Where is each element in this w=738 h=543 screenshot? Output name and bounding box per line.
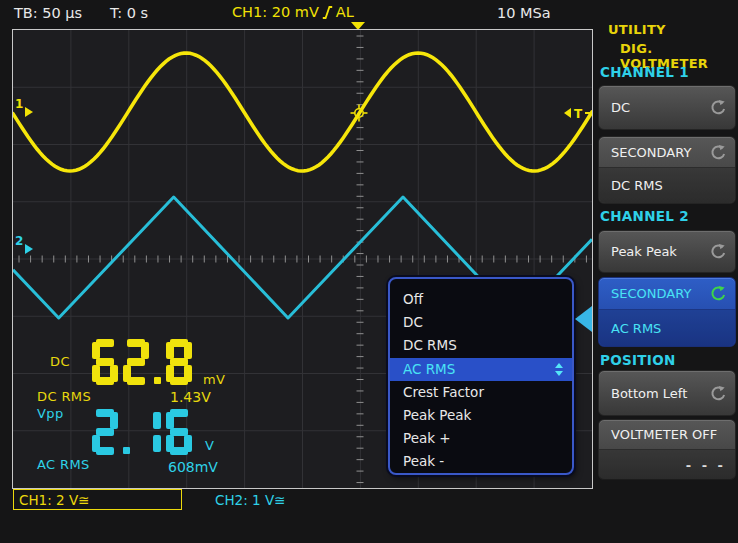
menu-item-label: Crest Factor <box>403 381 484 404</box>
ch2-secondary-value: AC RMS <box>611 321 661 336</box>
position-value: Bottom Left <box>611 386 687 401</box>
sevenseg-digit <box>123 339 149 385</box>
ch2-scale-readout[interactable]: CH2: 1 V≅ <box>215 492 285 508</box>
sevenseg-digit <box>166 339 192 385</box>
menu-item-peak[interactable]: Peak + <box>390 427 572 450</box>
position-section-label: POSITION <box>600 352 676 368</box>
trigger-mode-label: AL <box>336 4 354 20</box>
voltmeter-off-label: VOLTMETER OFF <box>611 427 717 442</box>
dvm-vpp-value-display <box>92 409 192 455</box>
menu-item-label: Peak - <box>403 450 444 473</box>
sevenseg-digit <box>166 409 192 455</box>
menu-item-label: AC RMS <box>403 358 455 381</box>
position-button[interactable]: Bottom Left <box>598 370 736 416</box>
sevenseg-digit <box>135 409 161 455</box>
menu-item-label: Peak Peak <box>403 404 471 427</box>
menu-item-label: DC RMS <box>403 334 457 357</box>
sevenseg-decimal-point <box>123 447 130 454</box>
ch2-secondary-button-active[interactable]: SECONDARY AC RMS <box>598 277 736 347</box>
rotate-knob-icon <box>709 99 726 116</box>
ch2-primary-label: Peak Peak <box>611 244 677 259</box>
menu-item-dc-rms[interactable]: DC RMS <box>390 334 572 357</box>
menu-item-label: Peak + <box>403 427 451 450</box>
dvm-dcrms-value: 1.43V <box>170 389 211 405</box>
ch1-primary-label: DC <box>611 100 630 115</box>
ch1-scale-readout[interactable]: CH1: 2 V≅ <box>13 489 182 510</box>
rotate-knob-icon <box>709 385 726 402</box>
rotate-knob-icon-active <box>709 285 726 302</box>
menu-pointer-arrow <box>575 306 592 332</box>
rotate-knob-icon <box>709 144 726 161</box>
sevenseg-decimal-point <box>154 377 161 384</box>
channel2-section-label: CHANNEL 2 <box>600 208 689 224</box>
dvm-acrms-label: AC RMS <box>37 457 90 472</box>
ch1-reference-marker[interactable]: 1 <box>15 97 23 111</box>
menu-item-ac-rms[interactable]: AC RMS <box>390 358 572 381</box>
dvm-dc-label: DC <box>50 354 70 369</box>
trigger-level-label[interactable]: T <box>574 107 583 121</box>
ch2-primary-button[interactable]: Peak Peak <box>598 230 736 273</box>
sevenseg-digit <box>92 339 118 385</box>
ch1-secondary-header: SECONDARY <box>611 145 691 160</box>
menu-item-off[interactable]: Off <box>390 288 572 311</box>
trigger-level-marker[interactable] <box>564 108 571 118</box>
ch1-secondary-value: DC RMS <box>611 178 663 193</box>
ch1-primary-button[interactable]: DC <box>598 85 736 130</box>
ch1-reference-arrow[interactable] <box>25 107 33 117</box>
channel1-section-label: CHANNEL 1 <box>600 64 689 80</box>
trigger-time-readout: T: 0 s <box>110 5 148 21</box>
menu-item-crest-factor[interactable]: Crest Factor <box>390 381 572 404</box>
rising-edge-icon <box>322 5 333 20</box>
ch1-secondary-button[interactable]: SECONDARY DC RMS <box>598 136 736 204</box>
voltmeter-off-value: - - - <box>686 458 726 473</box>
up-down-spinner-icon[interactable] <box>555 363 563 376</box>
menu-item-peak[interactable]: Peak - <box>390 450 572 473</box>
trigger-settings-readout: CH1: 20 mV AL <box>232 4 354 20</box>
menu-item-peak-peak[interactable]: Peak Peak <box>390 404 572 427</box>
dvm-dcrms-label: DC RMS <box>37 389 91 404</box>
menu-item-label: DC <box>403 311 423 334</box>
menu-item-dc[interactable]: DC <box>390 311 572 334</box>
ch2-reference-marker[interactable]: 2 <box>15 234 23 248</box>
timebase-readout: TB: 50 µs <box>14 5 82 21</box>
ch2-secondary-header: SECONDARY <box>611 286 691 301</box>
sample-rate-readout: 10 MSa <box>497 5 551 21</box>
measurement-select-menu: OffDCDC RMSAC RMSCrest FactorPeak PeakPe… <box>388 277 574 475</box>
dvm-vpp-label: Vpp <box>37 406 64 421</box>
rotate-knob-icon <box>709 243 726 260</box>
dvm-dc-value-display <box>92 339 192 385</box>
trigger-source-level: CH1: 20 mV <box>232 4 319 20</box>
dvm-vpp-unit: V <box>205 438 214 453</box>
softkey-sidebar: UTILITY DIG. VOLTMETER CHANNEL 1 DC SECO… <box>596 0 738 543</box>
voltmeter-off-button[interactable]: VOLTMETER OFF - - - <box>598 419 736 480</box>
dvm-dc-unit: mV <box>203 372 225 387</box>
menu-title: UTILITY <box>608 22 666 37</box>
sevenseg-digit <box>92 409 118 455</box>
ch2-reference-arrow[interactable] <box>25 244 33 254</box>
oscilloscope-screen: TB: 50 µs T: 0 s CH1: 20 mV AL 10 MSa 12… <box>0 0 738 543</box>
menu-item-label: Off <box>403 288 423 311</box>
dvm-acrms-value: 608mV <box>168 459 218 475</box>
